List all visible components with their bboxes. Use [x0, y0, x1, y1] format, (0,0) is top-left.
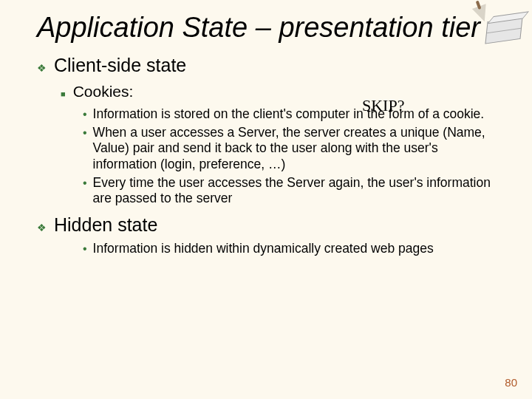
subsection-heading: Cookies: [73, 83, 134, 100]
diamond-bullet-icon: ❖ [37, 58, 47, 78]
list-item: • Every time the user accesses the Serve… [83, 175, 505, 207]
bullet-text: Every time the user accesses the Server … [93, 175, 505, 207]
page-number: 80 [505, 376, 517, 389]
slide-title: Application State – presentation tier [37, 12, 505, 44]
bullet-text: Information is stored on the client's co… [93, 106, 485, 122]
bricklaying-icon [470, 4, 525, 49]
bullet-text: Information is hidden within dynamically… [93, 241, 434, 256]
list-item: • Information is hidden within dynamical… [83, 241, 505, 256]
subsection-cookies: ■ Cookies: [61, 83, 505, 102]
dot-bullet-icon: • [83, 107, 87, 122]
cookies-bullet-list: • Information is stored on the client's … [83, 106, 505, 207]
section-heading: Hidden state [54, 214, 157, 236]
bullet-text: When a user accesses a Server, the serve… [93, 125, 505, 172]
dot-bullet-icon: • [83, 176, 87, 191]
list-item: • Information is stored on the client's … [83, 106, 505, 122]
skip-label: SKIP? [362, 96, 404, 115]
dot-bullet-icon: • [83, 126, 87, 140]
slide: Application State – presentation tier SK… [0, 0, 532, 399]
square-bullet-icon: ■ [61, 86, 66, 102]
section-heading: Client-side state [54, 55, 186, 76]
section-client-side-state: ❖ Client-side state [37, 55, 505, 78]
diamond-bullet-icon: ❖ [37, 217, 47, 238]
hidden-state-bullet-list: • Information is hidden within dynamical… [83, 241, 505, 256]
section-hidden-state: ❖ Hidden state [37, 214, 505, 238]
dot-bullet-icon: • [83, 242, 87, 256]
list-item: • When a user accesses a Server, the ser… [83, 125, 505, 172]
